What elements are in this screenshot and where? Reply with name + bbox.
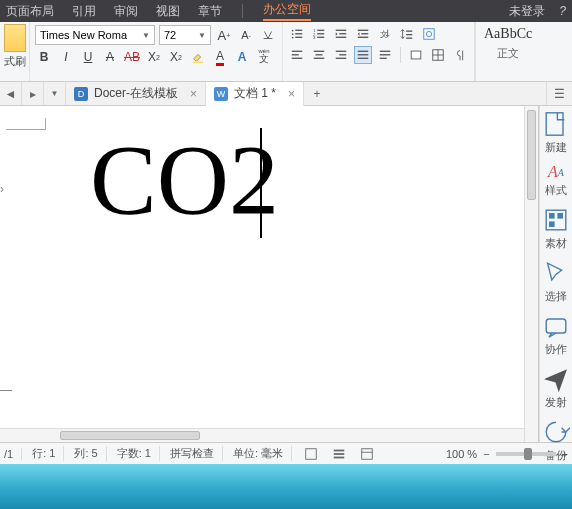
select-icon[interactable] <box>542 259 570 287</box>
italic-button[interactable]: I <box>57 48 75 66</box>
menu-page-layout[interactable]: 页面布局 <box>6 3 54 20</box>
shading-button[interactable] <box>407 46 425 64</box>
text-effects-button[interactable]: A <box>233 48 251 66</box>
status-line[interactable]: 行: 1 <box>32 446 64 461</box>
tab-overflow-button[interactable]: ☰ <box>546 82 572 105</box>
tab-list-button[interactable]: ▼ <box>44 82 66 105</box>
new-tab-button[interactable]: + <box>304 82 330 105</box>
view-web-icon[interactable] <box>358 445 376 463</box>
status-col[interactable]: 列: 5 <box>74 446 106 461</box>
vertical-scrollbar[interactable] <box>524 106 538 442</box>
tab-document-1[interactable]: W 文档 1 * × <box>206 82 304 106</box>
line-spacing-button[interactable] <box>398 25 416 43</box>
font-size-select[interactable]: 72 ▼ <box>159 25 211 45</box>
bullets-button[interactable] <box>288 25 306 43</box>
tab-document-label: 文档 1 * <box>234 85 276 102</box>
strike-red-button[interactable]: AB <box>123 48 141 66</box>
view-print-layout-icon[interactable] <box>302 445 320 463</box>
paragraph-group: 123 文 <box>283 22 475 81</box>
svg-rect-50 <box>546 319 566 333</box>
slider-handle[interactable] <box>524 448 532 460</box>
strikethrough-button[interactable]: A <box>101 48 119 66</box>
paragraph-marks-button[interactable] <box>451 46 469 64</box>
status-page[interactable]: /1 <box>4 448 22 460</box>
styles-group[interactable]: AaBbCc 正文 <box>475 22 540 81</box>
status-unit[interactable]: 单位: 毫米 <box>233 446 292 461</box>
borders-button[interactable] <box>429 46 447 64</box>
svg-rect-17 <box>361 33 368 34</box>
tab-docer-label: Docer-在线模板 <box>94 85 178 102</box>
menu-chapter[interactable]: 章节 <box>198 3 222 20</box>
new-icon[interactable] <box>542 110 570 138</box>
svg-rect-32 <box>339 54 346 55</box>
align-left-button[interactable] <box>288 46 306 64</box>
document-text: CO2 <box>90 122 279 237</box>
align-justify-button[interactable] <box>354 46 372 64</box>
align-distribute-button[interactable] <box>376 46 394 64</box>
status-chars[interactable]: 字数: 1 <box>117 446 160 461</box>
side-collab-label: 协作 <box>545 342 567 357</box>
ribbon: 式刷 Times New Roma ▼ 72 ▼ A+ A- B I U A A… <box>0 22 572 82</box>
svg-rect-29 <box>316 54 323 55</box>
close-icon[interactable]: × <box>288 87 295 101</box>
shrink-font-icon[interactable]: A- <box>237 26 255 44</box>
svg-rect-49 <box>549 221 555 227</box>
side-send-label: 发射 <box>545 395 567 410</box>
horizontal-scrollbar[interactable] <box>0 428 524 442</box>
subscript-button[interactable]: X2 <box>167 48 185 66</box>
zoom-out-button[interactable]: − <box>483 448 489 460</box>
highlight-color-button[interactable] <box>189 48 207 66</box>
numbering-button[interactable]: 123 <box>310 25 328 43</box>
increase-indent-button[interactable] <box>354 25 372 43</box>
tab-docer[interactable]: D Docer-在线模板 × <box>66 82 206 105</box>
send-icon[interactable] <box>542 365 570 393</box>
document-canvas[interactable]: › CO2 <box>0 106 539 442</box>
styles-icon[interactable]: AA <box>542 163 570 181</box>
menu-workspace[interactable]: 办公空间 <box>263 1 311 21</box>
svg-text:3: 3 <box>313 35 316 40</box>
materials-icon[interactable] <box>542 206 570 234</box>
help-icon[interactable]: ? <box>559 4 566 18</box>
zoom-value[interactable]: 100 % <box>446 448 477 460</box>
tab-prev-button[interactable]: ◄ <box>0 82 22 105</box>
format-painter-icon[interactable] <box>4 24 26 52</box>
insert-symbol-button[interactable] <box>420 25 438 43</box>
menu-references[interactable]: 引用 <box>72 3 96 20</box>
decrease-indent-button[interactable] <box>332 25 350 43</box>
backup-icon[interactable] <box>542 418 570 446</box>
phonetic-guide-button[interactable]: 文wén <box>255 48 273 66</box>
close-icon[interactable]: × <box>190 87 197 101</box>
align-center-button[interactable] <box>310 46 328 64</box>
font-group: Times New Roma ▼ 72 ▼ A+ A- B I U A AB X… <box>30 22 283 81</box>
svg-point-5 <box>292 37 294 39</box>
tab-next-button[interactable]: ▸ <box>22 82 44 105</box>
scroll-thumb[interactable] <box>527 110 536 200</box>
bold-button[interactable]: B <box>35 48 53 66</box>
zoom-slider[interactable] <box>496 452 556 456</box>
font-name-select[interactable]: Times New Roma ▼ <box>35 25 155 45</box>
os-taskbar[interactable] <box>0 464 572 509</box>
superscript-button[interactable]: X2 <box>145 48 163 66</box>
docer-icon: D <box>74 87 88 101</box>
svg-rect-23 <box>424 29 435 40</box>
change-case-icon[interactable] <box>259 26 277 44</box>
view-outline-icon[interactable] <box>330 445 348 463</box>
grow-font-icon[interactable]: A+ <box>215 26 233 44</box>
zoom-in-button[interactable]: + <box>562 448 568 460</box>
scroll-thumb[interactable] <box>60 431 200 440</box>
menu-view[interactable]: 视图 <box>156 3 180 20</box>
align-right-button[interactable] <box>332 46 350 64</box>
svg-rect-8 <box>317 30 324 31</box>
side-select-label: 选择 <box>545 289 567 304</box>
svg-rect-47 <box>549 213 555 219</box>
collab-icon[interactable] <box>542 312 570 340</box>
underline-button[interactable]: U <box>79 48 97 66</box>
menu-review[interactable]: 审阅 <box>114 3 138 20</box>
svg-rect-2 <box>295 30 302 31</box>
page-break-mark <box>0 390 12 402</box>
font-size-value: 72 <box>164 29 176 41</box>
status-spellcheck[interactable]: 拼写检查 <box>170 446 223 461</box>
font-color-button[interactable]: A <box>211 48 229 66</box>
text-direction-button[interactable]: 文 <box>376 25 394 43</box>
login-status[interactable]: 未登录 <box>509 3 545 20</box>
